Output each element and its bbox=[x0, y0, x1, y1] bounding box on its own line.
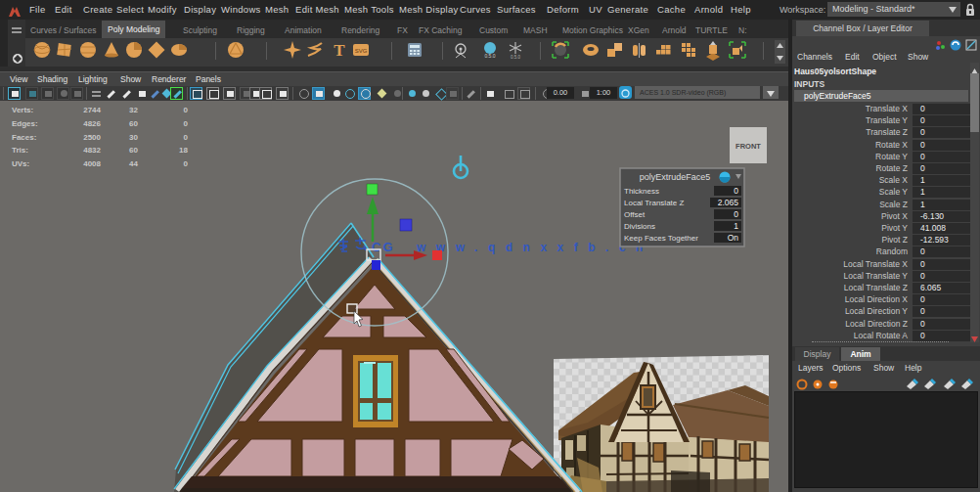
svg-text:44: 44 bbox=[129, 159, 138, 168]
svg-text:Keep Faces Together: Keep Faces Together bbox=[624, 234, 698, 243]
svg-text:0: 0 bbox=[184, 133, 189, 142]
svg-text:4832: 4832 bbox=[83, 146, 101, 155]
svg-text:2.065: 2.065 bbox=[718, 198, 739, 207]
svg-text:2744: 2744 bbox=[83, 106, 101, 114]
svg-text:Edges:: Edges: bbox=[12, 119, 38, 128]
svg-text:Local Translate Z: Local Translate Z bbox=[624, 199, 684, 207]
svg-text:Faces:: Faces: bbox=[12, 133, 36, 142]
svg-text:CG: CG bbox=[372, 240, 395, 254]
svg-text:Thickness: Thickness bbox=[624, 187, 659, 196]
svg-text:4826: 4826 bbox=[83, 119, 101, 128]
svg-text:0.5.0: 0.5.0 bbox=[484, 53, 495, 59]
svg-text:0.5.0: 0.5.0 bbox=[511, 55, 521, 60]
svg-text:SVG: SVG bbox=[355, 48, 368, 54]
svg-text:30: 30 bbox=[129, 133, 138, 142]
svg-text:T: T bbox=[334, 41, 345, 60]
svg-text:UVs:: UVs: bbox=[12, 159, 29, 168]
svg-text:On: On bbox=[728, 233, 739, 243]
svg-text:0: 0 bbox=[184, 106, 189, 114]
svg-text:polyExtrudeFace5: polyExtrudeFace5 bbox=[640, 172, 711, 182]
svg-text:0: 0 bbox=[184, 159, 189, 168]
svg-text:Offset: Offset bbox=[624, 210, 646, 219]
svg-text:Verts:: Verts: bbox=[12, 106, 33, 114]
svg-text:60: 60 bbox=[129, 119, 138, 128]
svg-text:4008: 4008 bbox=[83, 159, 101, 168]
svg-text:0: 0 bbox=[184, 119, 189, 128]
svg-text:Tris:: Tris: bbox=[12, 146, 28, 155]
svg-text:2500: 2500 bbox=[83, 133, 101, 142]
svg-text:32: 32 bbox=[129, 106, 138, 114]
svg-text:FRONT: FRONT bbox=[735, 142, 761, 151]
svg-text:www.qdnxxfb.cn: www.qdnxxfb.cn bbox=[416, 241, 653, 254]
svg-text:1: 1 bbox=[734, 221, 738, 231]
svg-text:60: 60 bbox=[129, 146, 138, 155]
svg-text:0: 0 bbox=[734, 186, 738, 196]
svg-text:Divisions: Divisions bbox=[624, 222, 655, 231]
svg-text:18: 18 bbox=[179, 146, 188, 155]
svg-text:0: 0 bbox=[734, 209, 738, 219]
